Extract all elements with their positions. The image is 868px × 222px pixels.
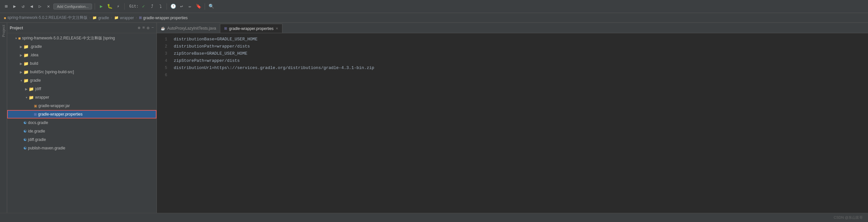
code-area[interactable]: distributionBase=GRADLE_USER_HOME distri… xyxy=(170,33,868,213)
code-text-1: distributionBase=GRADLE_USER_HOME xyxy=(174,37,257,41)
code-line-2: distributionPath=wrapper/dists xyxy=(174,43,868,50)
panel-close-icon[interactable]: − xyxy=(151,25,154,30)
folder-icon-2: 📁 xyxy=(114,16,119,20)
folder-icon-dotidea: 📁 xyxy=(24,53,29,58)
toolbar-icon-4[interactable]: ◀ xyxy=(28,3,35,10)
tree-item-properties[interactable]: ⊞ gradle-wrapper.properties xyxy=(7,110,156,118)
folder-icon-build: 📁 xyxy=(24,61,29,66)
line-num-4: 4 xyxy=(157,57,170,64)
panel-collapse-icon[interactable]: ≡ xyxy=(143,25,145,30)
arrow-build: ▶ xyxy=(19,62,24,65)
undo-icon[interactable]: ↩ xyxy=(178,3,185,10)
add-configuration-button[interactable]: Add Configuration... xyxy=(53,4,92,9)
tree-label-jdiff: jdiff xyxy=(35,87,41,91)
watermark: CSDN @东山富哥 xyxy=(834,215,863,220)
toolbar: ⊞ ▶ ↺ ◀ ▷ ✕ Add Configuration... ▶ 🐛 ⚡ G… xyxy=(0,0,868,13)
breadcrumb-sep-2: › xyxy=(110,16,113,20)
panel-title: Project xyxy=(10,26,136,30)
tree-label-dotgradle: .gradle xyxy=(30,44,42,49)
clock-icon[interactable]: 🕐 xyxy=(169,3,177,10)
tree-item-root[interactable]: ▾ ■ spring-framework-5.0.2.RELEASE-中文注释版… xyxy=(7,34,156,42)
breadcrumb-file[interactable]: ⊞ gradle-wrapper.properties xyxy=(139,16,188,20)
toolbar-icon-2[interactable]: ▶ xyxy=(11,3,18,10)
tree-label-gradle: gradle xyxy=(30,78,41,83)
code-line-6 xyxy=(174,72,868,79)
debug-icon[interactable]: 🐛 xyxy=(106,3,113,10)
main-area: Project Project ⊕ ≡ ⚙ − ▾ ■ spring-frame… xyxy=(0,23,868,213)
tree-label-buildsrc: buildSrc [spring-build-src] xyxy=(30,70,74,74)
arrow-root: ▾ xyxy=(14,36,18,40)
tree-item-docs-gradle[interactable]: ☯ docs.gradle xyxy=(7,118,156,127)
line-num-3: 3 xyxy=(157,50,170,57)
line-num-2: 2 xyxy=(157,43,170,50)
folder-icon-wrapper: 📁 xyxy=(29,95,34,100)
props-icon: ⊞ xyxy=(34,112,37,116)
breadcrumb-root[interactable]: ■ spring-framework-5.0.2.RELEASE-中文注释版 xyxy=(4,15,88,21)
tree-label-properties: gradle-wrapper.properties xyxy=(38,112,83,116)
line-numbers: 1 2 3 4 5 6 xyxy=(157,33,170,213)
tree-item-jdiff[interactable]: ▶ 📁 jdiff xyxy=(7,85,156,93)
git-check-icon[interactable]: ✓ xyxy=(140,3,147,10)
tree-item-wrapper[interactable]: ▾ 📁 wrapper xyxy=(7,93,156,102)
side-tab[interactable]: Project xyxy=(0,23,7,213)
editor-area: ☕ AutoProxyLazyInitTests.java ⊞ gradle-w… xyxy=(157,23,868,213)
tree-item-jar[interactable]: ▣ gradle-wrapper.jar xyxy=(7,102,156,110)
toolbar-icon-5[interactable]: ▷ xyxy=(36,3,43,10)
gradle-icon-docs: ☯ xyxy=(24,121,27,125)
folder-icon-gradle: 📁 xyxy=(24,78,29,83)
tree-item-buildsrc[interactable]: ▶ 📁 buildSrc [spring-build-src] xyxy=(7,68,156,76)
tab-close-button[interactable]: ✕ xyxy=(276,27,278,30)
file-icon-breadcrumb: ⊞ xyxy=(139,16,142,20)
tree-item-dotgradle[interactable]: ▶ 📁 .gradle xyxy=(7,42,156,51)
tree-item-ide-gradle[interactable]: ☯ ide.gradle xyxy=(7,127,156,135)
breadcrumb-gradle[interactable]: 📁 gradle xyxy=(92,16,109,20)
tree-item-build[interactable]: ▶ 📁 build xyxy=(7,59,156,68)
tab-java[interactable]: ☕ AutoProxyLazyInitTests.java xyxy=(157,24,220,33)
arrow-jdiff: ▶ xyxy=(24,87,29,91)
tree-item-publish-gradle[interactable]: ☯ publish-maven.gradle xyxy=(7,144,156,152)
tab-java-icon: ☕ xyxy=(161,26,165,31)
tree-item-dotidea[interactable]: ▶ 📁 .idea xyxy=(7,51,156,59)
line-num-6: 6 xyxy=(157,72,170,79)
tree-label-dotidea: .idea xyxy=(30,53,38,57)
bookmark-icon[interactable]: 🔖 xyxy=(195,3,202,10)
gradle-icon-ide: ☯ xyxy=(24,129,27,134)
pencil-icon[interactable]: ✏ xyxy=(186,3,193,10)
code-line-5: distributionUrl=https\://services.gradle… xyxy=(174,64,868,72)
arrow-buildsrc: ▶ xyxy=(19,70,24,74)
coverage-icon[interactable]: ⚡ xyxy=(115,3,122,10)
code-line-3: zipStoreBase=GRADLE_USER_HOME xyxy=(174,50,868,57)
toolbar-icon-1[interactable]: ⊞ xyxy=(3,3,10,10)
folder-icon-1: 📁 xyxy=(92,16,97,20)
arrow-wrapper: ▾ xyxy=(24,96,29,99)
search-icon[interactable]: 🔍 xyxy=(208,3,215,10)
toolbar-icon-6[interactable]: ✕ xyxy=(45,3,52,10)
toolbar-icon-3[interactable]: ↺ xyxy=(20,3,27,10)
panel-scope-icon[interactable]: ⊕ xyxy=(138,25,141,31)
tree-item-gradle[interactable]: ▾ 📁 gradle xyxy=(7,76,156,85)
tab-bar: ☕ AutoProxyLazyInitTests.java ⊞ gradle-w… xyxy=(157,23,868,33)
breadcrumb-sep-3: › xyxy=(135,16,137,20)
folder-icon-jdiff: 📁 xyxy=(29,87,34,91)
tab-java-label: AutoProxyLazyInitTests.java xyxy=(167,26,216,31)
panel-header: Project ⊕ ≡ ⚙ − xyxy=(7,23,156,33)
git-push-icon[interactable]: ⤵ xyxy=(157,3,164,10)
tree-label-publish: publish-maven.gradle xyxy=(28,146,65,150)
folder-icon-buildsrc: 📁 xyxy=(24,70,29,75)
tree-item-jdiff-gradle[interactable]: ☯ jdiff.gradle xyxy=(7,135,156,144)
tab-properties[interactable]: ⊞ gradle-wrapper.properties ✕ xyxy=(220,24,282,33)
line-num-1: 1 xyxy=(157,36,170,43)
panel-settings-icon[interactable]: ⚙ xyxy=(147,25,149,31)
breadcrumb: ■ spring-framework-5.0.2.RELEASE-中文注释版 ›… xyxy=(0,13,868,23)
toolbar-separator-2 xyxy=(124,3,125,10)
arrow-gradle: ▾ xyxy=(19,79,24,82)
git-label: Git: xyxy=(129,4,138,9)
toolbar-separator-3 xyxy=(166,3,167,10)
tab-props-label: gradle-wrapper.properties xyxy=(229,26,274,31)
breadcrumb-sep-1: › xyxy=(89,16,91,20)
editor-content: 1 2 3 4 5 6 distributionBase=GRADLE_USER… xyxy=(157,33,868,213)
code-text-3: zipStoreBase=GRADLE_USER_HOME xyxy=(174,51,247,56)
git-branch-icon[interactable]: ⤴ xyxy=(148,3,156,10)
breadcrumb-wrapper[interactable]: 📁 wrapper xyxy=(114,16,134,20)
run-icon[interactable]: ▶ xyxy=(98,3,105,10)
